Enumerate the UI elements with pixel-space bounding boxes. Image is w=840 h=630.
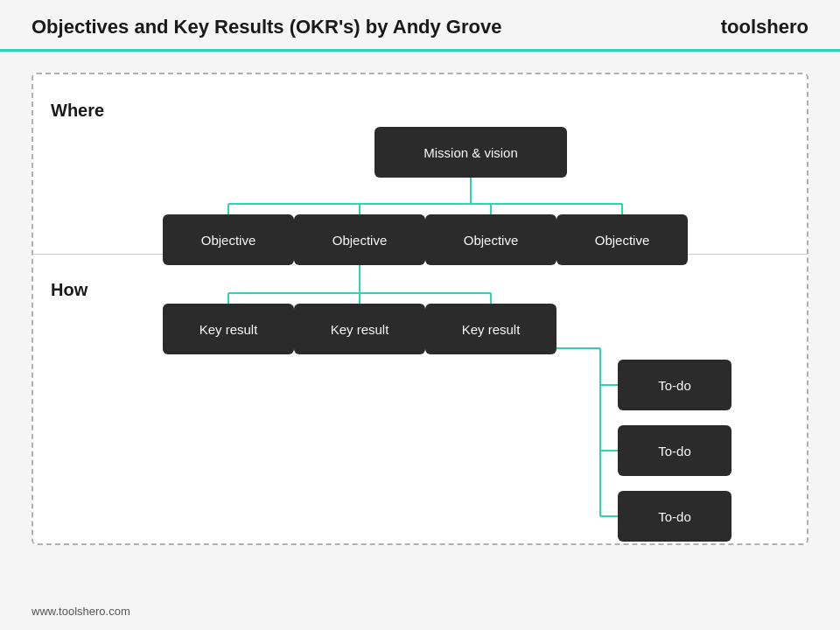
section-how-label: How — [51, 280, 88, 300]
key-result-node-1: Key result — [163, 304, 294, 354]
section-where-label: Where — [51, 101, 104, 121]
key-result-node-2: Key result — [294, 304, 425, 354]
brand-logo: toolshero — [721, 16, 808, 38]
diagram-container: Where How Mission & vis — [32, 73, 808, 545]
objective-node-3: Objective — [425, 214, 556, 265]
objective-node-4: Objective — [556, 214, 688, 265]
page-title: Objectives and Key Results (OKR's) by An… — [32, 16, 501, 38]
todo-node-2: To-do — [618, 425, 732, 476]
header-divider — [0, 49, 840, 52]
todo-node-1: To-do — [618, 360, 732, 410]
objective-node-1: Objective — [163, 214, 294, 265]
key-result-node-3: Key result — [425, 304, 556, 354]
page-header: Objectives and Key Results (OKR's) by An… — [0, 0, 840, 38]
objective-node-2: Objective — [294, 214, 425, 265]
todo-node-3: To-do — [618, 491, 732, 542]
footer-url: www.toolshero.com — [32, 605, 130, 618]
mission-node: Mission & vision — [374, 127, 567, 178]
